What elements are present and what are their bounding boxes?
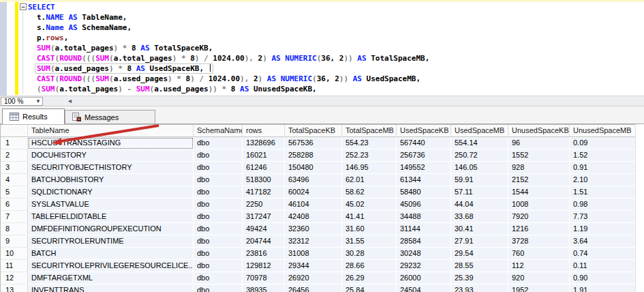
cell-UsedSpaceKB[interactable]: 34488 xyxy=(397,211,451,223)
cell-UnusedSpaceMB[interactable]: 2.10 xyxy=(570,174,636,186)
cell-rows[interactable]: 129812 xyxy=(243,260,285,272)
cell-UnusedSpaceKB[interactable]: 1008 xyxy=(508,199,570,211)
cell-UsedSpaceKB[interactable]: 45096 xyxy=(397,199,451,211)
cell-rows[interactable]: 204744 xyxy=(243,235,285,248)
row-number[interactable]: 13 xyxy=(1,284,28,292)
row-number[interactable]: 6 xyxy=(1,199,28,211)
cell-TotalSpaceMB[interactable]: 31.55 xyxy=(342,235,397,248)
column-header-TableName[interactable]: TableName xyxy=(28,125,194,137)
column-header-UnusedSpaceKB[interactable]: UnusedSpaceKB xyxy=(508,125,570,137)
cell-TotalSpaceKB[interactable]: 567536 xyxy=(285,137,342,149)
cell-SchemaName[interactable]: dbo xyxy=(194,260,243,272)
cell-UnusedSpaceMB[interactable]: 1.19 xyxy=(570,223,636,235)
cell-UnusedSpaceMB[interactable]: 1.51 xyxy=(570,186,636,199)
cell-UnusedSpaceKB[interactable]: 928 xyxy=(508,162,570,174)
cell-rows[interactable]: 2250 xyxy=(243,199,285,211)
cell-TableName[interactable]: SYSLASTVALUE xyxy=(28,199,194,211)
row-number[interactable]: 2 xyxy=(1,149,28,162)
cell-rows[interactable]: 317247 xyxy=(243,211,285,223)
code-line-2[interactable]: t.NAME AS TableName, xyxy=(18,12,644,23)
cell-UsedSpaceMB[interactable]: 57.11 xyxy=(451,186,508,199)
horizontal-scrollbar[interactable]: ◄ xyxy=(44,97,644,106)
cell-TotalSpaceMB[interactable]: 30.28 xyxy=(342,248,397,260)
cell-SchemaName[interactable]: dbo xyxy=(194,235,243,248)
cell-UnusedSpaceMB[interactable]: 7.73 xyxy=(570,211,636,223)
cell-SchemaName[interactable]: dbo xyxy=(194,199,243,211)
cell-TableName[interactable]: BATCHJOBHISTORY xyxy=(28,174,194,186)
cell-rows[interactable]: 61246 xyxy=(243,162,285,174)
column-header-UnusedSpaceMB[interactable]: UnusedSpaceMB xyxy=(570,125,636,137)
cell-UsedSpaceMB[interactable]: 59.91 xyxy=(451,174,508,186)
cell-UnusedSpaceKB[interactable]: 1552 xyxy=(508,149,570,162)
cell-TotalSpaceMB[interactable]: 45.02 xyxy=(342,199,397,211)
cell-UsedSpaceKB[interactable]: 61344 xyxy=(397,174,451,186)
cell-UsedSpaceKB[interactable]: 30248 xyxy=(397,248,451,260)
cell-TableName[interactable]: SECURITYOBJECTHISTORY xyxy=(28,162,194,174)
row-number[interactable]: 12 xyxy=(1,272,28,284)
cell-UsedSpaceMB[interactable]: 28.55 xyxy=(451,260,508,272)
cell-TotalSpaceMB[interactable]: 146.95 xyxy=(342,162,397,174)
cell-TotalSpaceMB[interactable]: 25.84 xyxy=(342,284,397,292)
cell-SchemaName[interactable]: dbo xyxy=(194,272,243,284)
cell-TotalSpaceKB[interactable]: 46104 xyxy=(285,199,342,211)
cell-TableName[interactable]: SQLDICTIONARY xyxy=(28,186,194,199)
cell-UsedSpaceKB[interactable]: 26000 xyxy=(397,272,451,284)
cell-TotalSpaceMB[interactable]: 26.29 xyxy=(342,272,397,284)
cell-UsedSpaceKB[interactable]: 28584 xyxy=(397,235,451,248)
cell-UnusedSpaceKB[interactable]: 1216 xyxy=(508,223,570,235)
cell-UsedSpaceMB[interactable]: 25.39 xyxy=(451,272,508,284)
cell-UsedSpaceMB[interactable]: 44.04 xyxy=(451,199,508,211)
cell-UsedSpaceMB[interactable]: 29.54 xyxy=(451,248,508,260)
cell-TableName[interactable]: SECURITYROLERUNTIME xyxy=(28,235,194,248)
row-number[interactable]: 11 xyxy=(1,260,28,272)
cell-rows[interactable]: 518300 xyxy=(243,174,285,186)
row-number[interactable]: 5 xyxy=(1,186,28,199)
cell-TotalSpaceMB[interactable]: 31.60 xyxy=(342,223,397,235)
cell-TotalSpaceKB[interactable]: 26456 xyxy=(285,284,342,292)
cell-TableName[interactable]: DMFDEFINITIONGROUPEXECUTION xyxy=(28,223,194,235)
cell-TotalSpaceMB[interactable]: 62.01 xyxy=(342,174,397,186)
chevron-down-icon[interactable]: ▼ xyxy=(35,98,41,104)
cell-UsedSpaceMB[interactable]: 146.05 xyxy=(451,162,508,174)
column-header-SchemaName[interactable]: SchemaName xyxy=(194,125,243,137)
cell-UsedSpaceKB[interactable]: 31144 xyxy=(397,223,451,235)
cell-UnusedSpaceKB[interactable]: 7920 xyxy=(508,211,570,223)
cell-SchemaName[interactable]: dbo xyxy=(194,162,243,174)
cell-SchemaName[interactable]: dbo xyxy=(194,223,243,235)
cell-TotalSpaceKB[interactable]: 258288 xyxy=(285,149,342,162)
cell-UnusedSpaceMB[interactable]: 0.11 xyxy=(570,260,636,272)
cell-TotalSpaceMB[interactable]: 41.41 xyxy=(342,211,397,223)
cell-SchemaName[interactable]: dbo xyxy=(194,211,243,223)
tab-results[interactable]: Results xyxy=(2,108,65,124)
cell-UsedSpaceMB[interactable]: 30.41 xyxy=(451,223,508,235)
cell-rows[interactable]: 38935 xyxy=(243,284,285,292)
cell-SchemaName[interactable]: dbo xyxy=(194,137,243,149)
cell-UnusedSpaceMB[interactable]: 1.52 xyxy=(570,149,636,162)
cell-rows[interactable]: 1328696 xyxy=(243,137,285,149)
cell-TotalSpaceKB[interactable]: 63496 xyxy=(285,174,342,186)
cell-UnusedSpaceKB[interactable]: 1952 xyxy=(508,284,570,292)
code-area[interactable]: SELECTt.NAME AS TableName,s.Name AS Sche… xyxy=(18,2,644,94)
cell-TotalSpaceKB[interactable]: 29344 xyxy=(285,260,342,272)
cell-UnusedSpaceKB[interactable]: 760 xyxy=(508,248,570,260)
cell-TotalSpaceKB[interactable]: 60024 xyxy=(285,186,342,199)
cell-TotalSpaceMB[interactable]: 554.23 xyxy=(342,137,397,149)
cell-SchemaName[interactable]: dbo xyxy=(194,248,243,260)
code-line-3[interactable]: s.Name AS SchemaName, xyxy=(18,23,644,33)
grid-corner-cell[interactable] xyxy=(1,125,28,137)
cell-rows[interactable]: 417182 xyxy=(243,186,285,199)
cell-UsedSpaceMB[interactable]: 554.14 xyxy=(451,137,508,149)
cell-SchemaName[interactable]: dbo xyxy=(194,284,243,292)
code-line-7[interactable]: SUM(a.used_pages) * 8 AS UsedSpaceKB, xyxy=(18,63,644,74)
cell-UnusedSpaceMB[interactable]: 0.91 xyxy=(570,162,636,174)
cell-UnusedSpaceKB[interactable]: 112 xyxy=(508,260,570,272)
row-number[interactable]: 3 xyxy=(1,162,28,174)
code-line-4[interactable]: p.rows, xyxy=(18,33,644,43)
cell-TotalSpaceKB[interactable]: 32360 xyxy=(285,223,342,235)
cell-SchemaName[interactable]: dbo xyxy=(194,186,243,199)
cell-rows[interactable]: 16021 xyxy=(243,149,285,162)
row-number[interactable]: 7 xyxy=(1,211,28,223)
row-number[interactable]: 9 xyxy=(1,235,28,248)
cell-UsedSpaceKB[interactable]: 24504 xyxy=(397,284,451,292)
code-line-6[interactable]: CAST(ROUND(((SUM(a.total_pages) * 8) / 1… xyxy=(18,53,644,63)
